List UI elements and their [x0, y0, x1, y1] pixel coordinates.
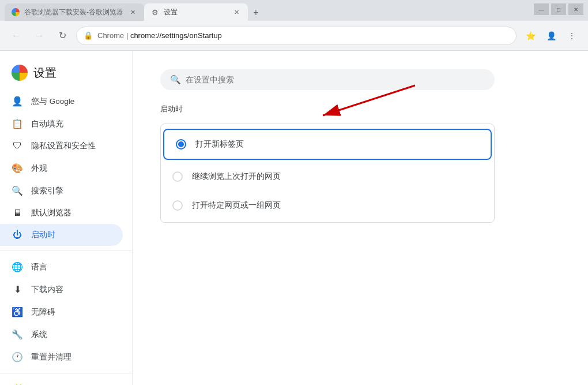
chrome-logo [12, 65, 28, 81]
option-specific-label: 打开特定网页或一组网页 [192, 200, 281, 211]
sidebar-divider-2 [0, 373, 132, 373]
sidebar-label-appearance: 外观 [31, 163, 47, 174]
option-newtab-label: 打开新标签页 [195, 139, 244, 149]
sidebar-label-browser: 默认浏览器 [31, 208, 71, 218]
browser-icon: 🖥 [12, 208, 23, 218]
power-icon: ⏻ [12, 230, 23, 240]
title-bar: 谷歌浏览器下载安装-谷歌浏览器 ✕ ⚙ 设置 ✕ + — □ ✕ [0, 0, 588, 21]
person-icon: 👤 [12, 96, 23, 107]
tab-title-2: 设置 [164, 8, 227, 17]
option-continue[interactable]: 继续浏览上次打开的网页 [161, 162, 494, 191]
search-input[interactable] [186, 75, 485, 84]
tab-chrome-download[interactable]: 谷歌浏览器下载安装-谷歌浏览器 ✕ [5, 3, 144, 21]
sidebar-label-reset: 重置并清理 [31, 352, 71, 362]
radio-continue[interactable] [172, 171, 183, 182]
address-separator: | [126, 31, 130, 40]
radio-newtab[interactable] [176, 139, 186, 149]
back-button[interactable]: ← [7, 27, 25, 45]
bookmark-button[interactable]: ⭐ [521, 27, 540, 45]
search-icon: 🔍 [170, 74, 181, 85]
minimize-button[interactable]: — [534, 3, 549, 15]
nav-bar: ← → ↻ 🔒 Chrome | chrome://settings/onSta… [0, 21, 588, 51]
sidebar: 设置 👤 您与 Google 📋 自动填充 🛡 隐私设置和安全性 🎨 外观 🔍 … [0, 51, 133, 385]
brand-label: Chrome [97, 31, 124, 40]
startup-options-card: 打开新标签页 继续浏览上次打开的网页 打开特定网页或一组网页 [160, 124, 495, 223]
radio-specific[interactable] [172, 200, 183, 211]
address-url: chrome://settings/onStartup [130, 31, 222, 40]
autofill-icon: 📋 [12, 118, 23, 129]
tab-close-2[interactable]: ✕ [232, 8, 241, 17]
tab-settings[interactable]: ⚙ 设置 ✕ [144, 3, 248, 21]
sidebar-label-download: 下载内容 [31, 285, 63, 295]
window-controls: — □ ✕ [534, 3, 583, 15]
sidebar-label-search: 搜索引擎 [31, 186, 63, 196]
option-newtab[interactable]: 打开新标签页 [164, 130, 491, 159]
sidebar-item-appearance[interactable]: 🎨 外观 [0, 157, 123, 180]
system-icon: 🔧 [12, 329, 23, 340]
sidebar-label-autofill: 自动填充 [31, 119, 63, 129]
refresh-button[interactable]: ↻ [53, 27, 71, 45]
search-nav-icon: 🔍 [12, 185, 23, 196]
secure-icon: 🔒 [84, 31, 93, 40]
sidebar-header: 设置 [0, 60, 132, 90]
reset-icon: 🕐 [12, 352, 23, 362]
sidebar-title: 设置 [33, 65, 56, 81]
browser-window: 谷歌浏览器下载安装-谷歌浏览器 ✕ ⚙ 设置 ✕ + — □ ✕ ← → ↻ 🔒… [0, 0, 588, 385]
appearance-icon: 🎨 [12, 163, 23, 174]
settings-search-box[interactable]: 🔍 [160, 69, 495, 90]
main-content: 🔍 启动时 打开新标签页 [133, 51, 588, 241]
sidebar-item-language[interactable]: 🌐 语言 [0, 256, 123, 278]
maximize-button[interactable]: □ [551, 3, 566, 15]
sidebar-item-autofill[interactable]: 📋 自动填充 [0, 113, 123, 135]
forward-button[interactable]: → [30, 27, 48, 45]
page-content: 设置 👤 您与 Google 📋 自动填充 🛡 隐私设置和安全性 🎨 外观 🔍 … [0, 51, 588, 385]
menu-button[interactable]: ⋮ [563, 27, 581, 45]
sidebar-label-google: 您与 Google [31, 96, 74, 107]
sidebar-item-system[interactable]: 🔧 系统 [0, 323, 123, 346]
address-text: Chrome | chrome://settings/onStartup [97, 31, 509, 40]
nav-actions: ⭐ 👤 ⋮ [521, 27, 581, 45]
profile-button[interactable]: 👤 [542, 27, 560, 45]
address-bar[interactable]: 🔒 Chrome | chrome://settings/onStartup [76, 27, 517, 45]
tab-favicon-1 [12, 8, 20, 16]
sidebar-item-startup[interactable]: ⏻ 启动时 [0, 224, 123, 246]
download-icon: ⬇ [12, 284, 23, 295]
main-area: 🔍 启动时 打开新标签页 [133, 51, 588, 385]
sidebar-label-language: 语言 [31, 262, 47, 272]
sidebar-item-accessibility[interactable]: ♿ 无障碍 [0, 301, 123, 323]
accessibility-icon: ♿ [12, 306, 23, 317]
sidebar-item-download[interactable]: ⬇ 下载内容 [0, 278, 123, 301]
sidebar-label-startup: 启动时 [31, 230, 55, 240]
option-specific[interactable]: 打开特定网页或一组网页 [161, 191, 494, 220]
sidebar-label-privacy: 隐私设置和安全性 [31, 141, 96, 151]
tab-close-1[interactable]: ✕ [128, 8, 137, 17]
sidebar-label-system: 系统 [31, 330, 47, 340]
sidebar-item-browser[interactable]: 🖥 默认浏览器 [0, 202, 123, 224]
close-button[interactable]: ✕ [568, 3, 583, 15]
tab-title-1: 谷歌浏览器下载安装-谷歌浏览器 [24, 8, 123, 17]
option-continue-label: 继续浏览上次打开的网页 [192, 171, 281, 182]
sidebar-label-accessibility: 无障碍 [31, 307, 55, 317]
sidebar-divider [0, 251, 132, 251]
sidebar-item-extensions[interactable]: 🧩 扩展程序 ↗ [0, 378, 123, 385]
sidebar-item-search[interactable]: 🔍 搜索引擎 [0, 180, 123, 202]
language-icon: 🌐 [12, 261, 23, 272]
sidebar-item-google[interactable]: 👤 您与 Google [0, 90, 123, 113]
shield-icon: 🛡 [12, 141, 23, 151]
section-title: 启动时 [160, 104, 560, 114]
tab-favicon-settings: ⚙ [151, 8, 159, 16]
sidebar-item-reset[interactable]: 🕐 重置并清理 [0, 346, 123, 368]
add-tab-button[interactable]: + [248, 5, 264, 21]
sidebar-item-privacy[interactable]: 🛡 隐私设置和安全性 [0, 135, 123, 157]
